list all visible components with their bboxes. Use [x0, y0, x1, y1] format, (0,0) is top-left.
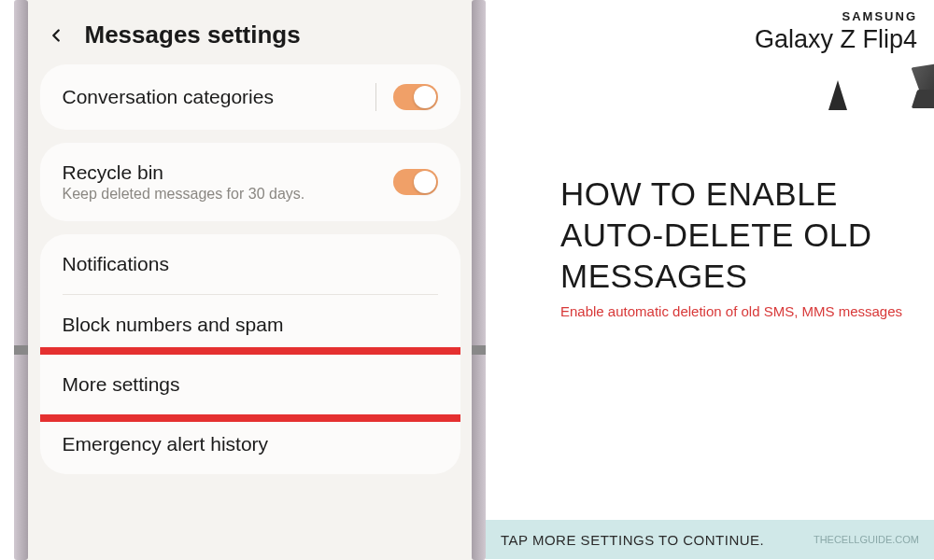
toggle-thumb [414, 86, 436, 108]
notifications-row[interactable]: Notifications [40, 234, 460, 294]
conversation-categories-toggle[interactable] [393, 84, 438, 110]
watermark: THECELLGUIDE.COM [814, 534, 919, 545]
phone-mockup: Messages settings Conversation categorie… [0, 0, 486, 560]
article-subtitle: Enable automatic deletion of old SMS, MM… [560, 303, 917, 319]
instruction-bar: TAP MORE SETTINGS TO CONTINUE. THECELLGU… [486, 520, 934, 559]
phone-screen: Messages settings Conversation categorie… [27, 0, 474, 560]
phone-product-icon [828, 63, 920, 115]
additional-settings-card: Notifications Block numbers and spam Mor… [40, 234, 460, 474]
article-title: HOW TO ENABLE AUTO-DELETE OLD MESSAGES [560, 174, 917, 296]
page-title: Messages settings [85, 21, 301, 49]
recycle-bin-row[interactable]: Recycle bin Keep deleted messages for 30… [40, 143, 460, 221]
emergency-alert-label: Emergency alert history [63, 433, 269, 455]
toggle-thumb [414, 171, 436, 193]
back-icon[interactable] [46, 25, 66, 46]
samsung-wordmark: SAMSUNG [560, 9, 917, 23]
recycle-bin-sublabel: Keep deleted messages for 30 days. [63, 186, 393, 203]
model-name: Galaxy Z Flip4 [560, 25, 917, 54]
phone-bezel-right [472, 0, 486, 560]
notifications-label: Notifications [63, 253, 169, 275]
block-numbers-label: Block numbers and spam [63, 314, 284, 336]
emergency-alert-row[interactable]: Emergency alert history [40, 414, 460, 474]
conversation-categories-card: Conversation categories [40, 64, 460, 130]
recycle-bin-card: Recycle bin Keep deleted messages for 30… [40, 143, 460, 221]
instruction-text: TAP MORE SETTINGS TO CONTINUE. [501, 532, 764, 548]
more-settings-label: More settings [63, 373, 180, 396]
recycle-bin-toggle[interactable] [393, 169, 438, 195]
conversation-categories-label: Conversation categories [63, 86, 375, 108]
phone-closed-icon [828, 80, 847, 110]
conversation-categories-row[interactable]: Conversation categories [40, 64, 460, 130]
article-panel: SAMSUNG Galaxy Z Flip4 HOW TO ENABLE AUT… [486, 0, 934, 560]
toggle-divider [375, 83, 376, 111]
phone-bezel-left [14, 0, 28, 560]
recycle-bin-label: Recycle bin [63, 161, 393, 184]
settings-header: Messages settings [40, 0, 460, 64]
brand-logo: SAMSUNG Galaxy Z Flip4 [560, 9, 917, 54]
block-numbers-row[interactable]: Block numbers and spam [40, 295, 460, 355]
more-settings-row[interactable]: More settings [40, 355, 460, 414]
